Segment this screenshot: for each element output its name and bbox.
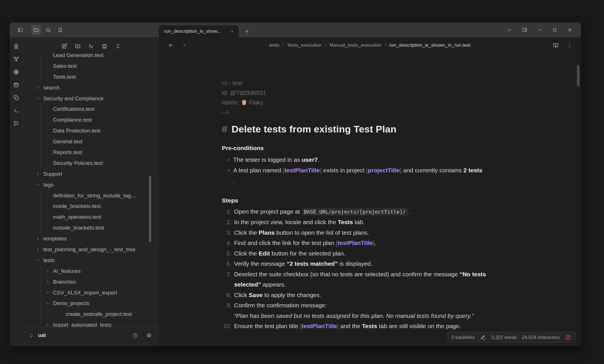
- folder-icon[interactable]: [31, 25, 41, 35]
- step-number: 4.: [222, 238, 232, 248]
- tree-item-folder[interactable]: AI_features: [23, 266, 159, 277]
- tree-item-folder[interactable]: test_planning_and_design_-_test_tree: [23, 244, 159, 255]
- backlinks-count[interactable]: 0 backlinks: [451, 335, 475, 340]
- editor-scroll-area[interactable]: <!-- testid: @Td3336031labels: Flaky--> …: [159, 53, 581, 346]
- graph-icon[interactable]: [13, 56, 20, 63]
- text-run: Confirm the confirmation message:: [234, 302, 327, 308]
- tree-item-folder[interactable]: CSV_XLSX_import_export: [23, 287, 159, 298]
- breadcrumb-segment[interactable]: Manual_tests_execution: [329, 42, 381, 48]
- tree-item-file[interactable]: definition_for_string_include_tag....: [23, 190, 159, 201]
- step-item: 9.Confirm the confirmation message:“Plan…: [222, 300, 512, 321]
- help-circle-icon[interactable]: [131, 332, 139, 340]
- new-folder-icon[interactable]: [74, 42, 81, 50]
- tree-item-file[interactable]: Compliance.test: [23, 114, 159, 125]
- book-open-icon[interactable]: [552, 42, 559, 49]
- indent-guide: [41, 190, 41, 201]
- calendar-icon[interactable]: [13, 81, 20, 89]
- minimize-icon[interactable]: [536, 26, 543, 34]
- chevron-right-icon: [46, 323, 50, 327]
- editor-scrollbar[interactable]: [577, 65, 580, 86]
- wiki-link[interactable]: testPlanTitle: [337, 240, 373, 246]
- left-ribbon: [10, 37, 23, 346]
- frontmatter-comment: <!-- testid: @Td3336031labels: Flaky-->: [222, 78, 512, 117]
- wiki-link[interactable]: testPlanTitle: [302, 323, 337, 329]
- indent-guide: [41, 71, 41, 82]
- tree-item-file[interactable]: inside_brackets.test: [23, 201, 159, 212]
- word-count[interactable]: 3,322 words: [491, 335, 517, 340]
- tree-item-folder[interactable]: Support: [23, 169, 159, 179]
- text-run: Click the: [234, 229, 259, 236]
- indent-guide: [41, 212, 41, 222]
- tab-run-description[interactable]: run_description_is_show...: [159, 25, 239, 37]
- panel-left-icon[interactable]: [15, 25, 25, 35]
- close-icon[interactable]: [566, 26, 574, 34]
- auto-reveal-icon[interactable]: [101, 42, 108, 50]
- tree-item-file[interactable]: General.test: [23, 136, 159, 147]
- panel-right-icon[interactable]: [521, 26, 528, 34]
- step-item: 10.Ensure the test plan title [testPlanT…: [222, 321, 512, 332]
- copy-icon[interactable]: [13, 94, 20, 101]
- text-run: Plans: [259, 229, 275, 236]
- step-item: 6.Verify the message “2 tests matched” i…: [222, 259, 512, 269]
- comment-line: -->: [222, 107, 512, 117]
- layout-grid-icon[interactable]: [13, 68, 20, 76]
- text-run: exists in project: [322, 167, 366, 173]
- breadcrumb-segment[interactable]: run_description_is_shown_in_run.test: [389, 42, 470, 48]
- back-button[interactable]: [167, 42, 175, 49]
- step-text: Open the project page at BASE_URL/projec…: [234, 206, 512, 217]
- file-name: Data Protection.test: [53, 128, 101, 134]
- tree-item-folder[interactable]: Import_automated_tests: [23, 320, 159, 327]
- tree-item-file[interactable]: Security Policies.test: [23, 158, 159, 169]
- gear-icon[interactable]: [145, 332, 153, 340]
- chevron-right-icon: [36, 237, 40, 241]
- breadcrumb-segment[interactable]: Tests_execution: [287, 42, 322, 48]
- tree-item-folder[interactable]: Branches: [23, 277, 159, 287]
- new-tab-button[interactable]: [242, 26, 252, 36]
- tree-item-folder[interactable]: Security and Compliance: [23, 93, 159, 104]
- tree-item-file[interactable]: math_operators.test: [23, 212, 159, 222]
- tree-item-file[interactable]: Lead Generation.test: [23, 52, 159, 61]
- file-search-icon[interactable]: [13, 43, 20, 50]
- collapse-all-icon[interactable]: [114, 42, 122, 50]
- tree-item-folder[interactable]: search: [23, 82, 159, 93]
- forward-button[interactable]: [180, 42, 188, 49]
- text-run: appears.: [261, 281, 286, 288]
- breadcrumb-segment[interactable]: tests: [269, 42, 279, 48]
- bookmark-icon[interactable]: [55, 25, 65, 35]
- more-vertical-icon[interactable]: [566, 42, 573, 49]
- search-icon[interactable]: [43, 25, 53, 35]
- tree-item-file[interactable]: create_testcafe_project.test: [23, 309, 159, 320]
- sort-icon[interactable]: [87, 42, 95, 50]
- pencil-icon[interactable]: [480, 334, 486, 340]
- tree-item-folder[interactable]: Demo_projects: [23, 298, 159, 309]
- character-count[interactable]: 24,024 characters: [522, 335, 560, 340]
- folder-name: tests: [43, 257, 55, 263]
- file-name: Security Policies.test: [53, 160, 103, 166]
- vault-name[interactable]: uat: [38, 332, 46, 338]
- tab-close-button[interactable]: [228, 28, 236, 35]
- chevron-down-icon[interactable]: [506, 26, 513, 34]
- tree-item-file[interactable]: Tools.test: [23, 71, 159, 82]
- tree-item-file[interactable]: Sales.test: [23, 61, 159, 71]
- precondition-text: A test plan named [testPlanTitle] exists…: [233, 165, 512, 186]
- file-name: Tools.test: [53, 74, 76, 80]
- maximize-icon[interactable]: [551, 26, 558, 34]
- chevrons-up-down-icon[interactable]: [27, 332, 35, 340]
- wiki-link[interactable]: projectTitle: [368, 167, 400, 173]
- terminal-icon[interactable]: [13, 107, 20, 114]
- indent-guide: [41, 61, 41, 71]
- tree-item-file[interactable]: Data Protection.test: [23, 125, 159, 136]
- tree-item-folder[interactable]: templates: [23, 233, 159, 244]
- document: <!-- testid: @Td3336031labels: Flaky--> …: [222, 53, 512, 332]
- tree-item-file[interactable]: Reports.test: [23, 147, 159, 158]
- tree-item-file[interactable]: outside_brackets.test: [23, 222, 159, 233]
- sync-off-icon[interactable]: [565, 334, 571, 340]
- tree-item-folder[interactable]: tests: [23, 255, 159, 266]
- list-details-icon[interactable]: [13, 120, 20, 127]
- titlebar: run_description_is_show...: [10, 23, 581, 37]
- tree-item-folder[interactable]: tags: [23, 179, 159, 190]
- file-tree-scrollbar[interactable]: [149, 176, 151, 242]
- new-note-icon[interactable]: [61, 42, 68, 50]
- tree-item-file[interactable]: Certifications.test: [23, 104, 159, 114]
- wiki-link[interactable]: testPlanTitle: [284, 167, 320, 173]
